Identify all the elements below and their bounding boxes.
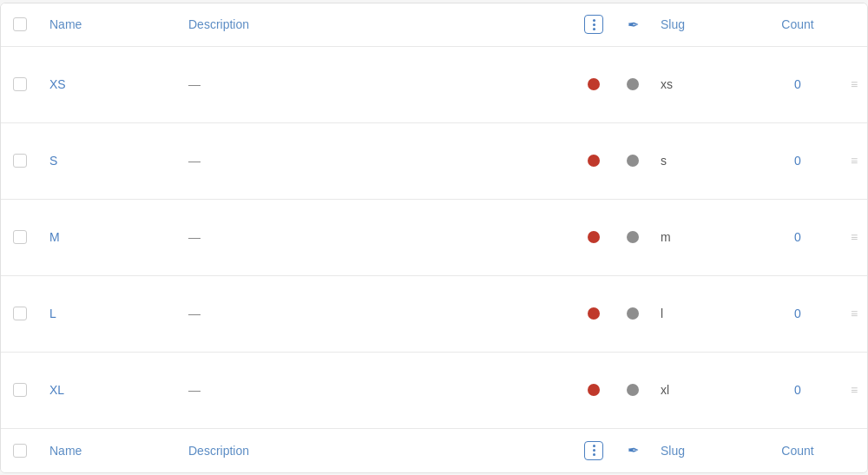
row-dot-red-s[interactable] [572,155,615,167]
row-description-xl: — [178,383,572,397]
status-dot-red [588,155,600,167]
options-icon [584,441,603,460]
header-options-icon-cell [572,15,615,34]
status-dot-red [588,78,600,90]
footer-pen-icon-cell: ✒ [615,442,650,459]
pen-icon: ✒ [628,16,639,33]
row-name-m[interactable]: M [39,230,178,244]
row-count-s: 0 [754,154,841,168]
table-row: M — m 0 ≡ [1,200,867,276]
options-icon [584,15,603,34]
row-dot-red-xs[interactable] [572,78,615,90]
row-drag-handle-m[interactable]: ≡ [841,231,867,243]
row-dot-red-xl[interactable] [572,384,615,396]
status-dot-gray [627,307,639,320]
drag-handle-icon: ≡ [851,384,858,396]
drag-handle-icon: ≡ [851,155,858,167]
row-checkbox-m[interactable] [13,230,27,244]
data-table: Name Description ✒ Slug Count XS [0,3,868,473]
footer-checkbox-cell [1,444,39,458]
row-dot-red-l[interactable] [572,307,615,320]
row-slug-xs: xs [650,77,754,91]
row-checkbox-cell [1,154,39,168]
row-checkbox-cell [1,77,39,91]
row-count-m: 0 [754,230,841,244]
drag-handle-icon: ≡ [851,307,858,320]
row-dot-gray-s[interactable] [615,155,650,167]
header-description: Description [178,17,572,31]
footer-select-all-checkbox[interactable] [13,444,27,458]
row-description-l: — [178,307,572,320]
status-dot-gray [627,231,639,243]
status-dot-red [588,231,600,243]
status-dot-red [588,307,600,320]
header-slug: Slug [650,17,754,31]
footer-description: Description [178,444,572,458]
status-dot-gray [627,78,639,90]
row-checkbox-cell [1,383,39,397]
row-drag-handle-xs[interactable]: ≡ [841,78,867,90]
row-dot-gray-xs[interactable] [615,78,650,90]
row-name-xl[interactable]: XL [39,383,178,397]
row-name-xs[interactable]: XS [39,77,178,91]
footer-slug: Slug [650,444,754,458]
row-description-m: — [178,230,572,244]
table-row: S — s 0 ≡ [1,123,867,200]
status-dot-gray [627,155,639,167]
row-name-l[interactable]: L [39,307,178,320]
row-checkbox-s[interactable] [13,154,27,168]
row-checkbox-xl[interactable] [13,383,27,397]
header-name: Name [39,17,178,31]
table-row: XS — xs 0 ≡ [1,47,867,123]
row-checkbox-cell [1,307,39,320]
row-drag-handle-l[interactable]: ≡ [841,307,867,320]
status-dot-gray [627,384,639,396]
row-name-s[interactable]: S [39,154,178,168]
table-row: XL — xl 0 ≡ [1,353,867,429]
row-checkbox-l[interactable] [13,307,27,320]
header-pen-icon-cell: ✒ [615,16,650,33]
footer-count: Count [754,444,841,458]
row-checkbox-xs[interactable] [13,77,27,91]
footer-options-icon-cell [572,441,615,460]
row-dot-red-m[interactable] [572,231,615,243]
row-count-l: 0 [754,307,841,320]
select-all-checkbox[interactable] [13,17,27,31]
drag-handle-icon: ≡ [851,78,858,90]
row-checkbox-cell [1,230,39,244]
table-row: L — l 0 ≡ [1,276,867,353]
row-slug-s: s [650,154,754,168]
table-footer: Name Description ✒ Slug Count [1,429,867,472]
pen-icon: ✒ [628,442,639,459]
row-count-xl: 0 [754,383,841,397]
row-slug-l: l [650,307,754,320]
row-slug-xl: xl [650,383,754,397]
row-count-xs: 0 [754,77,841,91]
row-slug-m: m [650,230,754,244]
drag-handle-icon: ≡ [851,231,858,243]
row-description-s: — [178,154,572,168]
row-drag-handle-xl[interactable]: ≡ [841,384,867,396]
status-dot-red [588,384,600,396]
header-checkbox-cell [1,17,39,31]
footer-name: Name [39,444,178,458]
row-description-xs: — [178,77,572,91]
row-dot-gray-l[interactable] [615,307,650,320]
header-count: Count [754,17,841,31]
row-drag-handle-s[interactable]: ≡ [841,155,867,167]
row-dot-gray-xl[interactable] [615,384,650,396]
row-dot-gray-m[interactable] [615,231,650,243]
table-header: Name Description ✒ Slug Count [1,3,867,47]
